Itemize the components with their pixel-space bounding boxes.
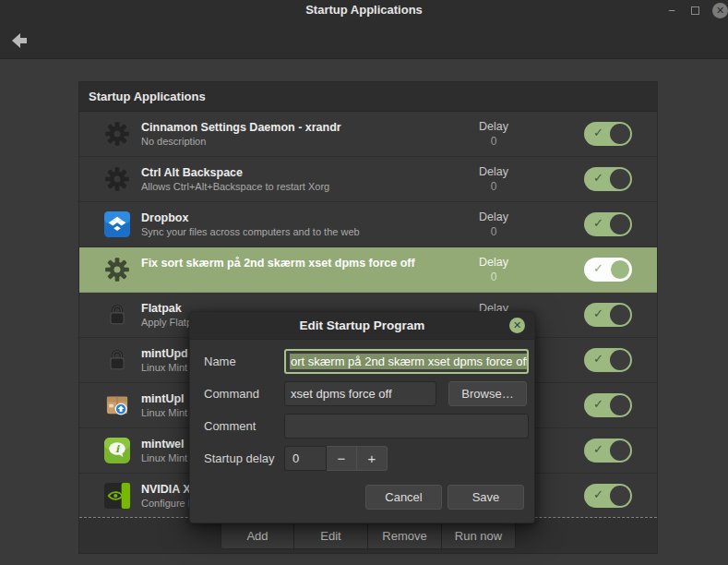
- name-input[interactable]: ort skærm på 2nd skærm xset dpms force o…: [284, 349, 529, 374]
- minimize-button[interactable]: −: [665, 5, 678, 17]
- restore-button[interactable]: [691, 6, 699, 15]
- app-description: Allows Ctrl+Alt+Backspace to restart Xor…: [141, 181, 461, 193]
- dropbox-icon: [102, 210, 132, 239]
- cancel-button[interactable]: Cancel: [365, 485, 442, 510]
- comment-input[interactable]: [284, 414, 529, 439]
- check-icon: ✓: [593, 397, 603, 411]
- check-icon: ✓: [593, 171, 603, 185]
- back-arrow-icon[interactable]: [12, 33, 29, 48]
- startup-app-row-dropbox[interactable]: Dropbox Sync your files across computers…: [79, 202, 657, 247]
- app-description: No description: [141, 136, 461, 148]
- app-name: Ctrl Alt Backspace: [141, 166, 461, 179]
- enable-toggle[interactable]: ✓: [584, 484, 632, 508]
- name-input-selected-text: ort skærm på 2nd skærm xset dpms force o…: [290, 354, 529, 369]
- startup-delay-value[interactable]: 0: [284, 446, 327, 471]
- check-icon: ✓: [593, 442, 603, 456]
- nvidia-icon: [102, 481, 132, 511]
- app-name: Cinnamon Settings Daemon - xrandr: [141, 121, 461, 134]
- startup-app-row-ctrl-alt-backspace[interactable]: Ctrl Alt Backspace Allows Ctrl+Alt+Backs…: [79, 157, 657, 202]
- package-icon: [102, 391, 132, 420]
- delay-label: Delay: [461, 120, 526, 133]
- delay-label: Delay: [461, 256, 526, 269]
- check-icon: ✓: [593, 307, 603, 320]
- increment-button[interactable]: +: [357, 446, 388, 471]
- dialog-header: Edit Startup Program ✕: [190, 312, 534, 340]
- window-title: Startup Applications: [0, 3, 728, 17]
- panel-header: Startup Applications: [79, 82, 657, 112]
- lock-icon: [102, 345, 132, 375]
- delay-value: 0: [461, 180, 526, 193]
- toggle-knob: [610, 259, 630, 280]
- check-icon: ✓: [593, 216, 603, 230]
- toggle-knob: [610, 395, 630, 415]
- enable-toggle[interactable]: ✓: [584, 167, 632, 191]
- enable-toggle[interactable]: ✓: [584, 258, 632, 282]
- close-button[interactable]: ✕: [712, 3, 728, 18]
- edit-startup-program-dialog: Edit Startup Program ✕ Name ort skærm på…: [189, 311, 535, 523]
- dialog-title: Edit Startup Program: [300, 319, 425, 332]
- enable-toggle[interactable]: ✓: [584, 348, 632, 372]
- check-icon: ✓: [593, 487, 603, 501]
- comment-label: Comment: [204, 419, 284, 433]
- app-description: [141, 271, 461, 283]
- gear-icon: [102, 119, 132, 149]
- titlebar: Startup Applications − ✕: [0, 0, 728, 20]
- save-button[interactable]: Save: [448, 485, 524, 510]
- enable-toggle[interactable]: ✓: [584, 212, 632, 236]
- command-input[interactable]: xset dpms force off: [284, 381, 436, 406]
- add-button[interactable]: Add: [221, 522, 294, 549]
- dialog-close-icon[interactable]: ✕: [509, 318, 525, 333]
- toggle-knob: [610, 440, 630, 461]
- enable-toggle[interactable]: ✓: [584, 393, 632, 417]
- remove-button[interactable]: Remove: [368, 522, 442, 549]
- toggle-knob: [610, 305, 630, 325]
- enable-toggle[interactable]: ✓: [584, 439, 632, 463]
- enable-toggle[interactable]: ✓: [584, 122, 632, 146]
- lock-icon: [102, 300, 132, 330]
- toggle-knob: [610, 350, 630, 370]
- toggle-knob: [610, 214, 630, 234]
- toggle-knob: [610, 169, 630, 189]
- command-label: Command: [204, 387, 284, 401]
- name-label: Name: [204, 355, 284, 368]
- gear-icon: [102, 164, 132, 194]
- run-now-button[interactable]: Run now: [442, 522, 516, 549]
- edit-button[interactable]: Edit: [294, 522, 368, 549]
- enable-toggle[interactable]: ✓: [584, 303, 632, 327]
- startup-delay-label: Startup delay: [204, 451, 284, 465]
- app-description: Sync your files across computers and to …: [141, 226, 461, 238]
- delay-value: 0: [461, 225, 526, 238]
- browse-button[interactable]: Browse…: [448, 381, 527, 406]
- delay-value: 0: [461, 135, 526, 148]
- gear-icon: [102, 255, 132, 284]
- info-icon: i: [102, 436, 132, 465]
- toggle-knob: [610, 124, 630, 144]
- check-icon: ✓: [593, 352, 603, 366]
- check-icon: ✓: [593, 261, 603, 275]
- window-header: Startup Applications − ✕: [0, 0, 728, 59]
- delay-label: Delay: [461, 165, 526, 178]
- app-name: Fix sort skærm på 2nd skærm xset dpms fo…: [141, 257, 461, 270]
- app-name: Dropbox: [141, 211, 461, 224]
- startup-app-row-cinnamon-xrandr[interactable]: Cinnamon Settings Daemon - xrandr No des…: [79, 112, 657, 157]
- check-icon: ✓: [593, 126, 603, 139]
- toggle-knob: [610, 486, 630, 506]
- delay-value: 0: [461, 270, 526, 283]
- decrement-button[interactable]: −: [327, 446, 357, 471]
- delay-label: Delay: [461, 210, 526, 223]
- startup-app-row-fix-sort-skaerm[interactable]: Fix sort skærm på 2nd skærm xset dpms fo…: [79, 247, 657, 293]
